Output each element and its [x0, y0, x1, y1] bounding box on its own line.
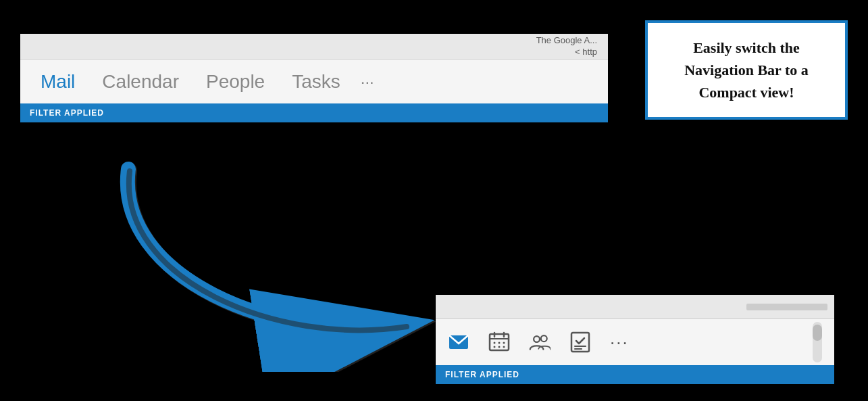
- scrollbar[interactable]: [813, 322, 822, 362]
- mail-icon: [448, 331, 469, 353]
- people-icon: [529, 331, 551, 353]
- compact-tab-tasks[interactable]: [569, 331, 591, 353]
- nav-bar-expanded: The Google A... < http Mail Calendar Peo…: [20, 34, 608, 122]
- tasks-icon: [569, 331, 591, 353]
- more-dots: ···: [610, 332, 629, 353]
- nav-tabs-expanded: Mail Calendar People Tasks ···: [20, 60, 608, 103]
- svg-point-13: [541, 335, 547, 341]
- calendar-icon: [488, 331, 510, 353]
- svg-point-7: [499, 342, 501, 344]
- nav-compact-top-strip: [436, 295, 834, 319]
- nav-icons-row: ···: [436, 319, 834, 365]
- svg-point-12: [534, 336, 540, 342]
- filter-bar-expanded: FILTER APPLIED: [20, 103, 608, 122]
- svg-point-6: [494, 342, 496, 344]
- svg-point-10: [499, 346, 501, 348]
- compact-tab-more[interactable]: ···: [610, 332, 629, 353]
- nav-compact-top-line: [746, 304, 827, 310]
- scrollbar-thumb: [813, 325, 822, 341]
- callout-text: Easily switch the Navigation Bar to a Co…: [660, 37, 833, 103]
- tab-more[interactable]: ···: [354, 60, 381, 103]
- curved-arrow: [74, 156, 493, 372]
- svg-point-9: [494, 346, 496, 348]
- compact-tab-people[interactable]: [529, 331, 551, 353]
- callout-box: Easily switch the Navigation Bar to a Co…: [645, 20, 848, 120]
- nav-bar-top-strip: The Google A... < http: [20, 34, 608, 60]
- tab-mail[interactable]: Mail: [27, 60, 88, 103]
- compact-tab-mail[interactable]: [448, 331, 469, 353]
- tab-people[interactable]: People: [193, 60, 278, 103]
- filter-bar-compact: FILTER APPLIED: [436, 365, 834, 384]
- nav-bar-compact: ··· FILTER APPLIED: [436, 295, 834, 384]
- svg-point-11: [503, 346, 505, 348]
- tab-tasks[interactable]: Tasks: [278, 60, 354, 103]
- tab-calendar[interactable]: Calendar: [88, 60, 193, 103]
- compact-tab-calendar[interactable]: [488, 331, 510, 353]
- nav-bar-top-text: The Google A... < http: [536, 35, 597, 58]
- svg-point-8: [503, 342, 505, 344]
